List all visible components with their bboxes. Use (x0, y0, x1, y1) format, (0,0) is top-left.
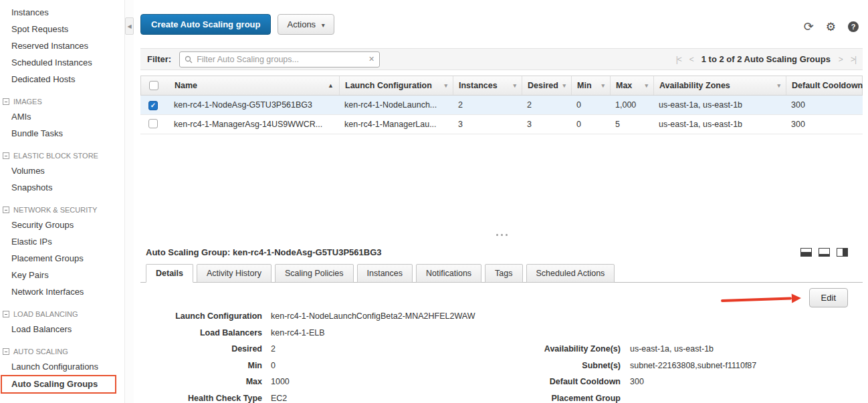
table-row[interactable]: ✓ken-rc4-1-NodeAsg-G5TU3P561BG3ken-rc4-1… (140, 96, 863, 115)
tab-details[interactable]: Details (146, 264, 193, 283)
sidebar-collapse-button[interactable]: ◀ (125, 17, 134, 35)
field-value-availability-zone-s: us-east-1a, us-east-1b (630, 341, 714, 358)
sidebar-item-snapshots[interactable]: Snapshots (0, 179, 124, 196)
field-label-min: Min (147, 358, 271, 374)
actions-button-label: Actions (287, 19, 316, 29)
table-header: Name▲Launch Configuration▾Instances▾Desi… (140, 76, 863, 96)
sidebar-item-load-balancers[interactable]: Load Balancers (0, 321, 124, 338)
sidebar-item-elastic-ips[interactable]: Elastic IPs (0, 233, 124, 250)
pagination-last-button[interactable]: >| (851, 55, 856, 64)
column-header-launch-configuration[interactable]: Launch Configuration▾ (340, 76, 453, 95)
ec2-console: InstancesSpot RequestsReserved Instances… (0, 0, 868, 403)
sidebar-item-network-interfaces[interactable]: Network Interfaces (0, 283, 124, 300)
row-checkbox[interactable]: ✓ (148, 101, 158, 110)
column-header-default-cooldown[interactable]: Default Cooldown▾ (786, 76, 868, 95)
gear-icon[interactable]: ⚙ (826, 20, 836, 34)
pagination-prev-button[interactable]: < (689, 55, 693, 64)
cell-max: 5 (610, 120, 653, 129)
detail-field-row: Load Balancersken-rc4-1-ELB (147, 325, 512, 342)
sidebar-item-placement-groups[interactable]: Placement Groups (0, 250, 124, 267)
pagination-next-button[interactable]: > (839, 55, 843, 64)
detail-field-row: Launch Configurationken-rc4-1-NodeLaunch… (147, 308, 512, 325)
sidebar-item-scheduled-instances[interactable]: Scheduled Instances (0, 54, 124, 71)
column-header-max[interactable]: Max▾ (611, 76, 654, 95)
cell-instances: 2 (453, 100, 522, 110)
column-menu-icon[interactable]: ▾ (645, 82, 648, 89)
detail-field-row: Placement Group (512, 390, 756, 403)
cell-min: 0 (571, 100, 610, 110)
collapse-section-icon (3, 152, 9, 159)
column-menu-icon[interactable]: ▾ (601, 82, 605, 89)
detail-field-row: Default Cooldown300 (512, 374, 756, 390)
pagination-first-button[interactable]: |< (676, 55, 681, 64)
field-value-desired: 2 (271, 341, 276, 358)
column-label: Min (577, 81, 597, 90)
field-value-max: 1000 (271, 374, 290, 390)
row-checkbox[interactable] (148, 119, 158, 128)
sidebar-item-reserved-instances[interactable]: Reserved Instances (0, 37, 124, 54)
actions-button[interactable]: Actions ▾ (278, 14, 334, 35)
detail-field-row: Desired2 (147, 341, 512, 358)
layout-split-pane-icon[interactable] (819, 248, 830, 257)
column-header-min[interactable]: Min▾ (572, 76, 611, 95)
field-label-subnet-s: Subnet(s) (512, 358, 630, 374)
column-menu-icon[interactable]: ▾ (513, 82, 516, 89)
tab-scaling-policies[interactable]: Scaling Policies (275, 264, 354, 283)
help-icon[interactable]: ? (848, 21, 859, 32)
sidebar-item-key-pairs[interactable]: Key Pairs (0, 267, 124, 283)
tab-scheduled-actions[interactable]: Scheduled Actions (526, 264, 615, 283)
column-menu-icon[interactable]: ▾ (444, 82, 447, 89)
column-header-availability-zones[interactable]: Availability Zones▾ (654, 76, 786, 95)
sidebar-item-amis[interactable]: AMIs (0, 108, 124, 125)
sidebar-item-bundle-tasks[interactable]: Bundle Tasks (0, 125, 124, 142)
sidebar-section-network-security[interactable]: NETWORK & SECURITY (0, 203, 124, 217)
sidebar-section-label: AUTO SCALING (13, 345, 68, 358)
refresh-icon[interactable]: ⟳ (804, 19, 814, 34)
select-all-checkbox[interactable] (149, 81, 158, 90)
cell-desired: 3 (522, 120, 571, 129)
sidebar-item-volumes[interactable]: Volumes (0, 162, 124, 179)
pane-splitter-handle[interactable] (140, 230, 863, 239)
sidebar-item-security-groups[interactable]: Security Groups (0, 217, 124, 233)
cell-default-cooldown: 300 (786, 120, 868, 129)
column-menu-icon[interactable]: ▾ (777, 82, 780, 89)
field-label-desired: Desired (147, 341, 271, 358)
filter-input[interactable] (180, 52, 379, 67)
cell-instances: 3 (453, 120, 522, 129)
field-label-launch-configuration: Launch Configuration (147, 308, 271, 325)
sidebar-section-elastic-block-store[interactable]: ELASTIC BLOCK STORE (0, 149, 124, 162)
sidebar-resize-strip[interactable]: ◀ (124, 0, 134, 403)
tab-notifications[interactable]: Notifications (416, 264, 481, 283)
create-auto-scaling-group-button[interactable]: Create Auto Scaling group (140, 14, 271, 35)
column-header-instances[interactable]: Instances▾ (453, 76, 522, 95)
toolbar-icons: ⟳ ⚙ ? (804, 19, 859, 34)
clear-filter-icon[interactable]: ✕ (368, 55, 374, 63)
table-row[interactable]: ken-rc4-1-ManagerAsg-14US9WWCR...ken-rc4… (140, 115, 863, 134)
column-header-name[interactable]: Name▲ (169, 76, 340, 95)
column-menu-icon[interactable]: ▾ (562, 82, 566, 89)
layout-bottom-pane-icon[interactable] (800, 248, 812, 257)
cell-launch-configuration: ken-rc4-1-NodeLaunch... (339, 100, 453, 110)
annotation-arrow-icon (721, 293, 801, 305)
sidebar-item-dedicated-hosts[interactable]: Dedicated Hosts (0, 71, 124, 88)
column-label: Name (175, 81, 324, 90)
edit-button[interactable]: Edit (809, 288, 848, 307)
layout-right-pane-icon[interactable] (837, 248, 848, 257)
collapse-section-icon (3, 98, 9, 105)
sidebar-item-instances[interactable]: Instances (0, 4, 124, 21)
tab-instances[interactable]: Instances (357, 264, 413, 283)
sidebar-item-auto-scaling-groups[interactable]: Auto Scaling Groups (1, 375, 116, 394)
sidebar-item-launch-configurations[interactable]: Launch Configurations (0, 358, 124, 375)
column-label: Instances (459, 81, 509, 90)
column-header-desired[interactable]: Desired▾ (522, 76, 572, 95)
field-value-default-cooldown: 300 (630, 374, 644, 390)
sidebar-item-spot-requests[interactable]: Spot Requests (0, 21, 124, 37)
sidebar-section-images[interactable]: IMAGES (0, 95, 124, 108)
sidebar: InstancesSpot RequestsReserved Instances… (0, 0, 124, 403)
tab-activity-history[interactable]: Activity History (197, 264, 272, 283)
tab-tags[interactable]: Tags (485, 264, 522, 283)
sidebar-section-auto-scaling[interactable]: AUTO SCALING (0, 345, 124, 358)
sidebar-section-load-balancing[interactable]: LOAD BALANCING (0, 307, 124, 321)
column-label: Desired (528, 81, 558, 90)
field-label-load-balancers: Load Balancers (147, 325, 271, 342)
